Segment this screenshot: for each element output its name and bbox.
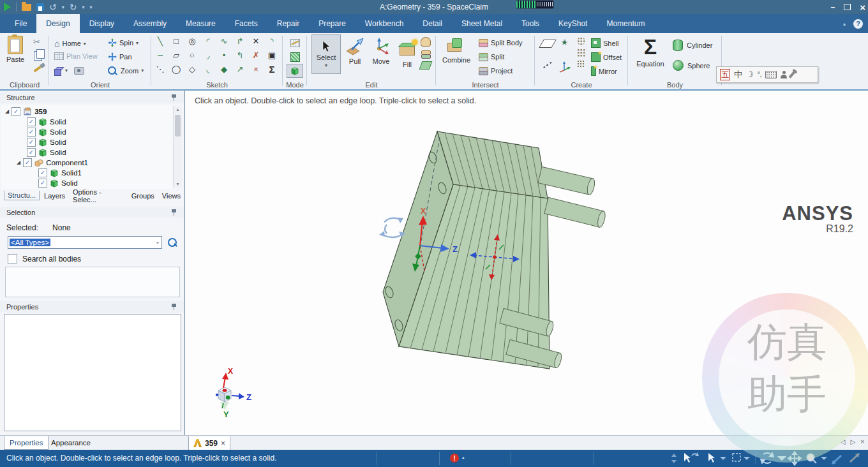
checkbox[interactable]: ✓ [27, 117, 36, 126]
scroll-thumb[interactable] [175, 115, 181, 137]
panel-tab-groups[interactable]: Groups [128, 191, 158, 200]
ime-halfmoon-icon[interactable]: ☽ [746, 70, 754, 80]
tab-sheet-metal[interactable]: Sheet Metal [452, 14, 512, 33]
status-tools[interactable] [669, 450, 865, 466]
document-tab-359[interactable]: 359 × [188, 436, 230, 450]
tree-row-solid[interactable]: ✓ Solid [27, 117, 66, 126]
tab-keyshot[interactable]: KeyShot [549, 14, 597, 33]
home-caret-icon[interactable]: ▾ [84, 41, 86, 47]
zoom-caret-icon[interactable]: ▾ [141, 68, 144, 73]
tab-appearance[interactable]: Appearance [46, 436, 96, 449]
split-body-button[interactable]: Split Body [478, 38, 523, 47]
origin-button[interactable] [563, 41, 566, 44]
pin-icon[interactable] [172, 94, 176, 101]
equation-button[interactable]: Σ Equation [634, 34, 666, 68]
tab-list-close-icon[interactable]: × [860, 438, 864, 445]
tab-scroll-right-icon[interactable]: ▷ [850, 438, 855, 445]
solid-mode-button[interactable] [287, 64, 303, 78]
sketch-split-icon[interactable]: ✗ [249, 50, 263, 61]
sketch-rounded-rectangle-icon[interactable]: ▱ [169, 50, 183, 61]
sketch-rectangle-icon[interactable]: □ [169, 36, 183, 47]
sketch-bend-icon[interactable]: ↰ [233, 50, 247, 61]
move-button[interactable]: Move [369, 37, 393, 65]
linear-pattern-button[interactable] [577, 60, 585, 68]
checkbox[interactable]: ✓ [27, 148, 36, 157]
tab-display[interactable]: Display [80, 14, 124, 33]
scroll-down-icon[interactable]: ▼ [174, 182, 182, 186]
viewport[interactable]: Click an object. Double-click to select … [185, 91, 868, 435]
pin-icon[interactable] [172, 304, 176, 310]
select-tool-icon[interactable] [708, 453, 726, 463]
pan-tool-icon[interactable] [788, 452, 801, 465]
search-all-bodies-checkbox[interactable] [8, 254, 17, 263]
selection-search-button[interactable] [166, 236, 179, 249]
sketch-sweep-arc-icon[interactable]: ◝ [265, 36, 279, 47]
sketch-construction-circle-icon[interactable]: ○ [185, 50, 199, 61]
plane-button[interactable] [541, 40, 554, 48]
sketch-fill-icon[interactable]: ◆ [217, 64, 231, 75]
tree-row-root[interactable]: ◢ ✓ 359 [5, 107, 47, 116]
ime-settings-wrench-icon[interactable] [789, 71, 796, 78]
ime-wubi-icon[interactable]: 五 [720, 69, 730, 80]
home-view-button[interactable]: ⌂ Home ▾ [54, 38, 86, 48]
combo-caret-icon[interactable]: ▾ [156, 240, 159, 246]
section-mode-button[interactable] [287, 50, 303, 64]
adjust-face-button[interactable] [421, 61, 431, 70]
expand-icon[interactable]: ◢ [17, 159, 20, 165]
tab-detail[interactable]: Detail [413, 14, 452, 33]
split-button[interactable]: Split [478, 52, 504, 61]
tree-row-component[interactable]: ◢ ✓ Component1 [17, 158, 88, 167]
select-caret-icon[interactable]: ▾ [325, 63, 327, 68]
status-alert-caret-icon[interactable]: ▴ [462, 455, 465, 460]
ime-user-icon[interactable] [781, 71, 787, 78]
ime-keyboard-icon[interactable] [765, 71, 777, 78]
tree-row-solid[interactable]: ✓ Solid [27, 147, 66, 157]
replace-face-button[interactable] [421, 50, 431, 58]
panel-tab-structure[interactable]: Structu... [4, 191, 40, 200]
tree-row-solid[interactable]: ✓ Solid [27, 137, 66, 147]
mirror-button[interactable]: Mirror [591, 66, 617, 76]
sphere-button[interactable]: Sphere [673, 60, 710, 71]
plan-view-button[interactable]: Plan View [54, 52, 98, 60]
zoom-in-out-icon[interactable] [850, 453, 860, 462]
status-alert-icon[interactable]: ! [450, 454, 459, 463]
pan-button[interactable]: Pan [108, 52, 132, 61]
pin-icon[interactable] [172, 209, 176, 216]
checkbox[interactable]: ✓ [11, 107, 20, 116]
box-select-icon[interactable] [733, 454, 750, 461]
sketch-spline-icon[interactable]: ∿ [217, 36, 231, 47]
panel-tab-options[interactable]: Options - Selec... [70, 188, 127, 204]
checkbox[interactable]: ✓ [23, 158, 32, 167]
undo-select-icon[interactable] [684, 452, 699, 463]
collapse-ribbon-icon[interactable]: ▴ [843, 21, 846, 27]
paste-button[interactable]: Paste [6, 36, 24, 63]
tree-row-solid[interactable]: ✓ Solid [27, 127, 66, 137]
fill-button[interactable]: Fill [395, 40, 419, 68]
panel-tab-layers[interactable]: Layers [41, 191, 68, 200]
selection-filter-value[interactable]: <All Types> [10, 239, 50, 246]
combine-button[interactable]: Combine [440, 38, 473, 64]
tab-assembly[interactable]: Assembly [124, 14, 176, 33]
fill-pattern-button[interactable] [577, 48, 585, 57]
scroll-up-icon[interactable]: ▲ [174, 107, 182, 112]
spin-tool-icon[interactable] [761, 453, 785, 463]
snapshot-icon[interactable] [74, 67, 84, 75]
sketch-offset-icon[interactable]: ▣ [265, 50, 279, 61]
tab-scroll-left-icon[interactable]: ◁ [841, 438, 846, 445]
sketch-line-icon[interactable]: ╲ [153, 36, 167, 47]
document-tab-close-icon[interactable]: × [221, 439, 225, 448]
tab-prepare[interactable]: Prepare [309, 14, 355, 33]
sketch-ellipse-icon[interactable]: ◯ [169, 64, 183, 75]
sketch-polyline-icon[interactable]: ∼ [153, 50, 167, 61]
sketch-circle-icon[interactable]: ◎ [185, 36, 199, 47]
selection-filter-combobox[interactable]: <All Types> ▾ [8, 236, 162, 249]
sketch-arc-icon[interactable]: ◜ [201, 36, 215, 47]
sketch-mode-button[interactable] [287, 36, 303, 50]
spin-button[interactable]: Spin ▾ [108, 38, 138, 47]
checkbox[interactable]: ✓ [38, 179, 47, 188]
sketch-construction-line-icon[interactable]: ⋱ [153, 64, 167, 75]
sketch-corner-icon[interactable]: ↱ [233, 36, 247, 47]
sketch-chamfer-icon[interactable]: ↗ [233, 64, 247, 75]
circular-pattern-button[interactable] [577, 37, 585, 45]
zoom-button[interactable]: Zoom ▾ [108, 66, 144, 75]
